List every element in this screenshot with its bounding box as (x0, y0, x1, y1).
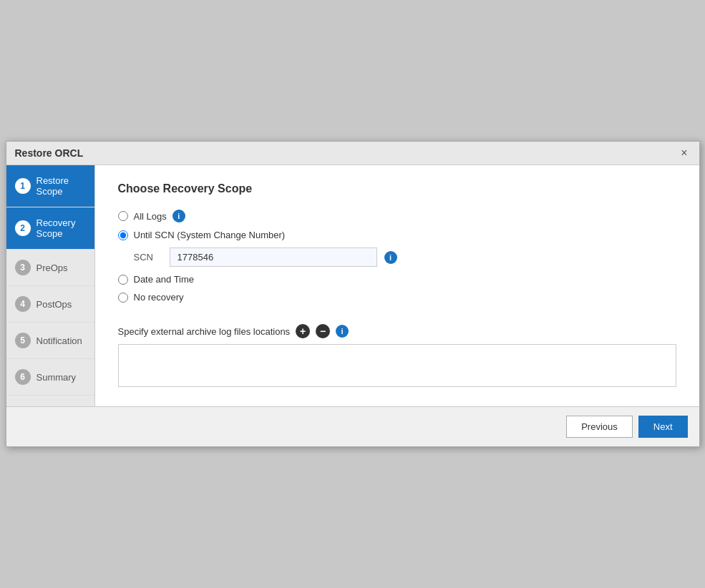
no-recovery-label: No recovery (134, 292, 184, 303)
archive-label: Specify external archive log files locat… (118, 326, 291, 337)
no-recovery-radio[interactable] (118, 293, 128, 303)
step-badge-2: 2 (15, 220, 31, 236)
until-scn-radio[interactable] (118, 230, 128, 240)
add-archive-button[interactable]: + (296, 324, 310, 338)
scn-row: SCN i (134, 248, 676, 267)
step-badge-4: 4 (15, 296, 31, 312)
sidebar-label-recovery-scope: Recovery Scope (37, 217, 86, 239)
archive-label-row: Specify external archive log files locat… (118, 324, 676, 338)
remove-archive-button[interactable]: − (316, 324, 330, 338)
sidebar-item-postops[interactable]: 4 PostOps (6, 286, 94, 323)
all-logs-info-icon[interactable]: i (172, 210, 185, 222)
next-button[interactable]: Next (638, 416, 688, 438)
all-logs-row: All Logs i (118, 210, 676, 222)
dialog-title: Restore ORCL (15, 147, 84, 159)
title-bar: Restore ORCL × (6, 142, 699, 165)
step-badge-1: 1 (15, 178, 31, 194)
all-logs-label: All Logs (134, 211, 167, 222)
step-badge-6: 6 (15, 369, 31, 385)
sidebar-label-summary: Summary (37, 372, 77, 383)
restore-dialog: Restore ORCL × 1 Restore Scope 2 Recover… (6, 141, 700, 447)
previous-button[interactable]: Previous (566, 416, 633, 438)
sidebar-item-restore-scope[interactable]: 1 Restore Scope (6, 165, 94, 207)
main-content: Choose Recovery Scope All Logs i Until S… (95, 165, 699, 406)
sidebar-item-notification[interactable]: 5 Notification (6, 323, 94, 359)
section-title: Choose Recovery Scope (118, 182, 676, 195)
scn-label: SCN (134, 252, 162, 263)
step-badge-3: 3 (15, 260, 31, 275)
close-button[interactable]: × (678, 147, 690, 159)
until-scn-row: Until SCN (System Change Number) (118, 230, 676, 240)
dialog-footer: Previous Next (6, 406, 699, 446)
all-logs-radio[interactable] (118, 211, 128, 221)
archive-section: Specify external archive log files locat… (118, 324, 676, 389)
scn-info-icon[interactable]: i (384, 251, 397, 264)
date-time-label: Date and Time (134, 274, 195, 285)
sidebar: 1 Restore Scope 2 Recovery Scope 3 PreOp… (6, 165, 95, 406)
dialog-body: 1 Restore Scope 2 Recovery Scope 3 PreOp… (6, 165, 699, 406)
sidebar-item-summary[interactable]: 6 Summary (6, 359, 94, 396)
sidebar-item-recovery-scope[interactable]: 2 Recovery Scope (6, 207, 94, 250)
archive-locations-input[interactable] (118, 344, 676, 387)
sidebar-label-notification: Notification (37, 335, 82, 346)
until-scn-label: Until SCN (System Change Number) (134, 230, 286, 240)
sidebar-label-preops: PreOps (37, 263, 68, 273)
date-time-row: Date and Time (118, 274, 676, 285)
date-time-radio[interactable] (118, 275, 128, 285)
sidebar-label-restore-scope: Restore Scope (37, 175, 86, 197)
sidebar-item-preops[interactable]: 3 PreOps (6, 250, 94, 286)
no-recovery-row: No recovery (118, 292, 676, 303)
archive-info-icon[interactable]: i (336, 325, 349, 338)
sidebar-label-postops: PostOps (37, 299, 72, 310)
scn-input[interactable] (170, 248, 377, 267)
step-badge-5: 5 (15, 333, 31, 348)
